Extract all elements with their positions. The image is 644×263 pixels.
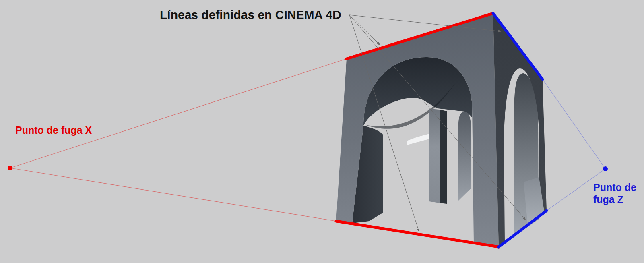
arch-structure-render: [0, 0, 644, 263]
perspective-diagram: Líneas definidas en CINEMA 4D Punto de f…: [0, 0, 644, 263]
vp-x-line-top: [10, 59, 347, 168]
vp-x-dot: [8, 166, 12, 170]
vanishing-point-z-label-line1: Punto de: [593, 181, 636, 193]
back-pillar-front: [429, 109, 440, 203]
vp-x-line-bottom: [10, 168, 336, 221]
vanishing-point-z-label: Punto de fuga Z: [593, 181, 636, 205]
vanishing-point-x-label: Punto de fuga X: [15, 124, 92, 136]
vanishing-point-z-label-line2: fuga Z: [593, 193, 636, 205]
vp-z-dot: [603, 166, 608, 171]
diagram-title: Líneas definidas en CINEMA 4D: [160, 8, 341, 22]
leader-to-top-x-edge: [349, 15, 380, 45]
inner-right-arch-band: [458, 112, 471, 201]
vp-z-line-top: [543, 79, 605, 169]
